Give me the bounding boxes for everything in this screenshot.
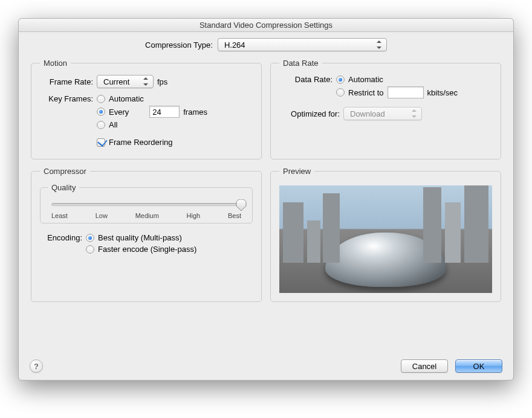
data-rate-unit: kbits/sec [427, 88, 458, 97]
radio-label: Automatic [348, 75, 383, 84]
preview-group: Preview [270, 167, 501, 302]
compression-type-value: H.264 [224, 40, 245, 50]
cancel-button[interactable]: Cancel [401, 359, 448, 373]
help-icon: ? [34, 362, 39, 371]
slider-tick: Best [228, 212, 241, 219]
optimized-for-label: Optimized for: [279, 109, 340, 118]
compressor-legend: Compressor [40, 167, 90, 176]
data-rate-restrict-input[interactable] [388, 86, 424, 98]
data-rate-restrict-radio[interactable]: Restrict to kbits/sec [336, 86, 458, 98]
data-rate-group: Data Rate Data Rate: Automatic Restrict … [270, 59, 501, 159]
updown-arrows-icon [142, 77, 149, 86]
data-rate-legend: Data Rate [279, 59, 322, 68]
motion-legend: Motion [40, 59, 71, 68]
compressor-group: Compressor Quality Least Low Medium [31, 167, 262, 302]
radio-label: All [109, 120, 117, 129]
frame-rate-label: Frame Rate: [40, 77, 93, 86]
help-button[interactable]: ? [30, 359, 43, 373]
radio-label: Every [109, 108, 129, 117]
slider-tick: High [187, 212, 201, 219]
ok-button[interactable]: OK [455, 359, 502, 373]
quality-slider[interactable]: Least Low Medium High Best [48, 197, 245, 219]
key-frames-label: Key Frames: [40, 94, 93, 103]
key-frames-all-radio[interactable]: All [97, 120, 207, 129]
slider-tick: Low [96, 212, 108, 219]
preview-image [279, 185, 492, 293]
radio-label: Faster encode (Single-pass) [98, 245, 196, 254]
radio-icon [336, 88, 345, 97]
radio-label: Best quality (Multi-pass) [98, 233, 182, 242]
checkbox-icon [97, 138, 105, 147]
frame-rate-value: Current [103, 77, 129, 86]
key-frames-every-input[interactable] [149, 106, 180, 118]
key-frames-every-radio[interactable]: Every frames [97, 106, 207, 118]
radio-label: Restrict to [348, 88, 384, 97]
radio-icon [86, 245, 94, 254]
optimized-for-select: Download [343, 107, 422, 120]
radio-icon [97, 108, 105, 116]
preview-legend: Preview [279, 167, 314, 176]
frame-rate-unit: fps [157, 77, 167, 86]
encoding-best-radio[interactable]: Best quality (Multi-pass) [86, 233, 196, 242]
updown-arrows-icon [410, 109, 418, 118]
data-rate-label: Data Rate: [279, 75, 332, 84]
radio-icon [86, 234, 94, 242]
frame-rate-select[interactable]: Current [97, 75, 154, 88]
radio-label: Automatic [109, 94, 144, 103]
quality-group: Quality Least Low Medium High Bes [40, 183, 253, 223]
dialog-window: Standard Video Compression Settings Comp… [18, 18, 514, 381]
dialog-content: Compression Type: H.264 Motion Frame Rat… [19, 32, 513, 310]
compression-type-label: Compression Type: [145, 40, 213, 50]
checkbox-label: Frame Reordering [109, 138, 173, 147]
radio-icon [97, 95, 105, 103]
frame-reordering-checkbox[interactable]: Frame Reordering [97, 138, 207, 147]
radio-icon [336, 76, 345, 84]
slider-tick: Medium [135, 212, 159, 219]
radio-icon [97, 121, 105, 129]
optimized-for-value: Download [350, 109, 385, 118]
key-frames-automatic-radio[interactable]: Automatic [97, 94, 207, 103]
quality-legend: Quality [48, 183, 79, 192]
slider-thumb-icon [236, 199, 247, 211]
compression-type-select[interactable]: H.264 [218, 38, 387, 51]
key-frames-every-unit: frames [183, 108, 207, 117]
window-title: Standard Video Compression Settings [19, 19, 513, 32]
encoding-label: Encoding: [40, 233, 82, 242]
updown-arrows-icon [375, 40, 383, 50]
data-rate-automatic-radio[interactable]: Automatic [336, 75, 458, 84]
motion-group: Motion Frame Rate: Current fps Key Frame… [31, 59, 262, 159]
slider-tick: Least [51, 212, 68, 219]
encoding-faster-radio[interactable]: Faster encode (Single-pass) [86, 245, 196, 254]
